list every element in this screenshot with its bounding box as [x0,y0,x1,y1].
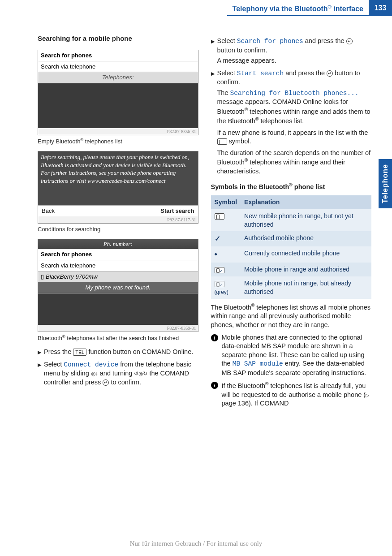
info-icon: i [211,334,218,341]
section-heading: Searching for a mobile phone [38,34,198,45]
symh-post: phone list [293,183,325,190]
info1-body: Mobile phones that are connected to the … [222,333,372,378]
header-title: Telephony via the Bluetooth® interface [227,0,369,16]
p1pre: The Bluetooth [211,304,251,311]
fig1-code: P82.87-8356-31 [38,128,198,135]
sym-cell [211,209,241,232]
exp-cell: Currently connected mobile phone [241,246,371,263]
sym-cell: (grey) [211,276,241,299]
info2-body: If the Bluetooth® telephones list is alr… [222,381,372,408]
symbols-heading: Symbols in the Bluetooth® phone list [211,182,372,191]
caption1-post: telephones list [83,138,122,145]
phone-new-icon [215,213,224,220]
fig2-code: P82.87-8117-31 [38,216,198,224]
s3d: A message appears. [217,56,372,65]
confirm-icon: ↵ [346,38,353,44]
sym-cell: • [211,246,241,263]
step-arrow-icon: ▶ [38,360,41,387]
left-column: Searching for a mobile phone Search for … [38,34,198,412]
connect-device-term: Connect device [64,361,118,368]
caption1: Empty Bluetooth® telephones list [38,137,198,146]
start-search-term: Start search [237,70,284,77]
figure-conditions: Before searching, please ensure that you… [38,151,198,224]
s4d1: The [217,89,230,96]
step2-e: to confirm. [109,379,141,386]
step-arrow-icon: ▶ [38,348,41,357]
fig1-row-search: Search for phones [38,50,198,61]
sym-cell [211,263,241,276]
caption3-pre: Bluetooth [38,335,62,341]
table-row: New mobile phone in range, but not yet a… [211,209,372,232]
exp-cell: New mobile phone in range, but not yet a… [241,209,371,232]
step2-body: Select Connect device from the telephone… [44,360,198,387]
th-symbol: Symbol [211,195,241,209]
figure-empty-list: Search for phones Search via telephone T… [38,50,198,135]
table-row: ✓ Authorised mobile phone [211,231,372,246]
caption3-post: telephones list after the search has fin… [65,335,179,341]
exp-cell: Authorised mobile phone [241,231,371,246]
th-explanation: Explanation [241,195,371,209]
step-search-phones: ▶ Select Search for phones and press the… [211,37,372,65]
fig2-start: Start search [160,207,194,215]
step3-body: Select Search for phones and press the ↵… [217,37,372,65]
step2-c: and turning [98,370,134,377]
fig2-body: Before searching, please ensure that you… [38,151,198,205]
table-row: Mobile phone in range and authorised [211,263,372,276]
content-area: Searching for a mobile phone Search for … [0,16,392,412]
info-list-full: i If the Bluetooth® telephones list is a… [211,381,372,408]
step4-body: Select Start search and press the ↵ butt… [217,69,372,176]
phone-symbol-icon [217,138,227,145]
confirm-icon: ↵ [103,379,109,386]
fig3-row3-label: BlackBerry 9700mw [46,273,98,280]
caption3: Bluetooth® telephones list after the sea… [38,334,198,342]
right-column: ▶ Select Search for phones and press the… [211,34,372,412]
table-row: • Currently connected mobile phone [211,246,372,263]
table-row: (grey) Mobile phone not in range, but al… [211,276,372,299]
symh-pre: Symbols in the Bluetooth [211,183,289,190]
fig3-header: Ph. number: [38,239,198,250]
s4e2: symbol. [227,138,251,145]
fig1-row-via: Search via telephone [38,61,198,73]
s4a: Select [217,69,237,77]
step-start-search: ▶ Select Start search and press the ↵ bu… [211,69,372,176]
page-header: Telephony via the Bluetooth® interface 1… [0,0,392,16]
symbols-table: Symbol Explanation New mobile phone in r… [211,195,372,299]
mb-sap-term: MB SAP module [233,360,283,367]
s3a: Select [217,37,237,44]
step-press-tel: ▶ Press the TEL function button on COMAN… [38,348,198,357]
caption1-pre: Empty Bluetooth [38,138,80,145]
info-icon: i [211,382,218,389]
step-arrow-icon: ▶ [211,69,215,176]
confirm-icon: ↵ [327,70,333,77]
sym-cell: ✓ [211,231,241,246]
page-ref-icon: ▷ [366,392,369,398]
fig3-spacer [38,293,198,325]
side-tab-label: Telephone [380,164,390,203]
tel-key: TEL [73,349,86,356]
fig3-row1: Search for phones [38,249,198,260]
step1-a: Press the [44,348,73,355]
s4f: The duration of the search depends on th… [217,149,372,176]
grey-label: (grey) [215,289,228,295]
fig3-code: P82.87-8359-31 [38,325,198,332]
exp-cell: Mobile phone not in range, but already a… [241,276,371,299]
searching-bt-term: Searching for Bluetooth phones... [230,90,359,97]
step2-a: Select [44,361,64,368]
s4e: If a new phone is found, it appears in t… [217,129,372,146]
fig2-bottom: Back Start search [38,205,198,216]
s4d4: telephones list. [258,117,304,125]
s3c: button to confirm. [217,47,267,54]
slide-down-icon: ◎↓ [91,370,98,377]
header-title-post: interface [332,5,363,13]
reg-mark: ® [328,4,332,9]
footer-note: Nur für internen Gebrauch / For internal… [0,539,392,548]
caption2: Conditions for searching [38,225,198,233]
para-list-shows: The Bluetooth® telephones list shows all… [211,302,372,330]
fig2-back: Back [42,207,55,215]
page-number: 133 [369,0,392,16]
step-connect-device: ▶ Select Connect device from the telepho… [38,360,198,387]
s4b: and press the [284,69,327,77]
header-title-pre: Telephony via the Bluetooth [233,5,328,13]
s3b: and press the [303,37,346,44]
s4e1: If a new phone is found, it appears in t… [217,129,368,136]
